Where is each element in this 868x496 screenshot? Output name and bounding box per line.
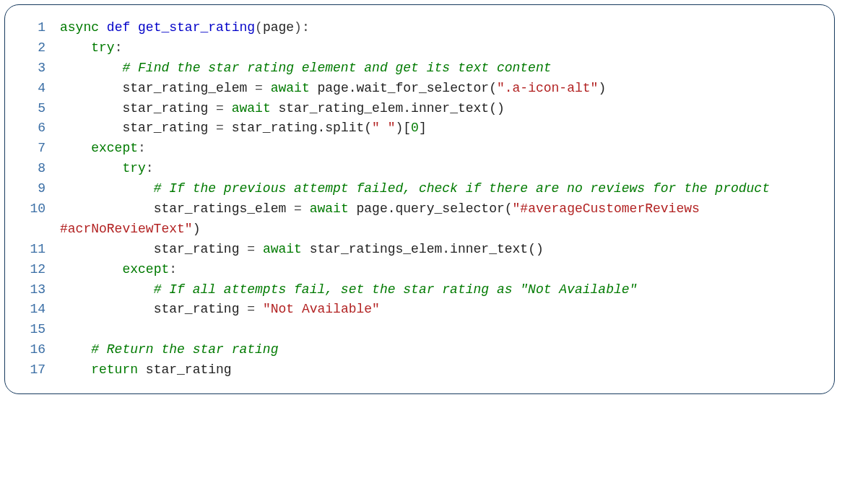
token-string: " " [372,121,395,135]
token-nm [130,20,138,35]
code-text: star_rating_elem = await page.wait_for_s… [60,79,818,99]
token-nm [60,181,154,196]
code-line: 17 return star_rating [21,360,818,380]
token-nm: page.query_selector( [349,201,513,216]
code-line: 5 star_rating = await star_rating_elem.i… [21,99,818,119]
code-text: # If the previous attempt failed, check … [60,179,818,199]
code-text: return star_rating [60,360,818,380]
line-number: 1 [21,18,60,38]
code-line: 11 star_rating = await star_ratings_elem… [21,240,818,260]
code-line: 2 try: [21,38,818,58]
line-number: 9 [21,179,60,199]
line-number: 3 [21,58,60,79]
code-text: star_rating = star_rating.split(" ")[0] [60,118,818,139]
line-number: 2 [21,38,60,58]
token-nm: star_rating [138,362,232,377]
code-text: star_rating = "Not Available" [60,300,818,320]
token-kw-async: async [60,20,99,35]
code-text: # If all attempts fail, set the star rat… [60,280,818,300]
token-nm [263,81,271,95]
code-line: 4 star_rating_elem = await page.wait_for… [21,79,818,99]
token-nm: star_rating.split( [224,121,372,135]
code-line: 7 except: [21,139,818,159]
line-number: 14 [21,300,60,320]
token-punct: : [115,40,123,55]
token-nm: star_ratings_elem.inner_text() [302,242,544,256]
token-punct: = [255,81,263,95]
code-text [60,320,818,340]
code-line: 9 # If the previous attempt failed, chec… [21,179,818,199]
token-punct: : [146,161,154,175]
code-line: 12 except: [21,260,818,280]
line-number: 7 [21,139,60,159]
token-kw-return: return [91,362,138,377]
line-number: 6 [21,118,60,139]
token-nm [60,61,122,75]
token-punct: : [138,141,146,155]
token-nm [99,20,107,35]
token-string: "Not Available" [263,302,380,316]
token-kw-await: await [271,81,310,95]
line-number: 15 [21,320,60,340]
line-number: 8 [21,159,60,179]
token-kw-await: await [310,201,349,216]
code-text: star_rating = await star_rating_elem.inn… [60,99,818,119]
token-nm: star_rating [60,242,247,256]
code-line: 1async def get_star_rating(page): [21,18,818,38]
code-block: 1async def get_star_rating(page):2 try:3… [4,4,835,394]
token-punct: ( [255,20,263,35]
code-text: star_ratings_elem = await page.query_sel… [60,199,818,240]
code-line: 14 star_rating = "Not Available" [21,300,818,320]
token-kw-await: await [263,242,302,256]
token-punct: = [247,302,255,316]
token-nm: )[ [396,121,412,135]
token-nm [60,141,91,155]
line-number: 10 [21,199,60,219]
token-comment: # If all attempts fail, set the star rat… [154,282,638,297]
token-kw-def: def [107,20,130,35]
token-punct: : [169,262,177,277]
token-nm [60,262,122,277]
token-nm [60,342,91,357]
token-nm [60,362,91,377]
token-nm [224,101,232,116]
code-text: try: [60,38,818,58]
token-kw-except: except [122,262,169,277]
token-comment: # If the previous attempt failed, check … [154,181,770,196]
token-nm [60,161,122,175]
token-kw-except: except [91,141,138,155]
code-text: except: [60,139,818,159]
code-text: async def get_star_rating(page): [60,18,818,38]
token-comment: # Find the star rating element and get i… [122,61,551,75]
token-nm: star_rating_elem [60,81,255,95]
token-nm: star_rating [60,101,216,116]
token-nm [255,302,263,316]
token-nm: page [263,20,294,35]
line-number: 17 [21,360,60,380]
token-punct: = [247,242,255,256]
code-text: # Return the star rating [60,340,818,360]
token-punct: = [216,101,224,116]
code-line: 13 # If all attempts fail, set the star … [21,280,818,300]
token-kw-try: try [122,161,145,175]
token-nm: ] [419,121,427,135]
code-line: 3 # Find the star rating element and get… [21,58,818,79]
line-number: 13 [21,280,60,300]
code-line: 6 star_rating = star_rating.split(" ")[0… [21,118,818,139]
line-number: 12 [21,260,60,280]
token-nm: star_rating [60,121,216,135]
code-line: 15 [21,320,818,340]
code-text: except: [60,260,818,280]
token-nm: star_rating_elem.inner_text() [271,101,505,116]
token-nm: page.wait_for_selector( [310,81,497,95]
token-num: 0 [411,121,419,135]
token-nm: ) [598,81,606,95]
token-nm [60,282,154,297]
token-punct: = [216,121,224,135]
line-number: 5 [21,99,60,119]
token-comment: # Return the star rating [91,342,278,357]
code-line: 10 star_ratings_elem = await page.query_… [21,199,818,240]
token-nm [302,201,310,216]
line-number: 11 [21,240,60,260]
line-number: 16 [21,340,60,360]
